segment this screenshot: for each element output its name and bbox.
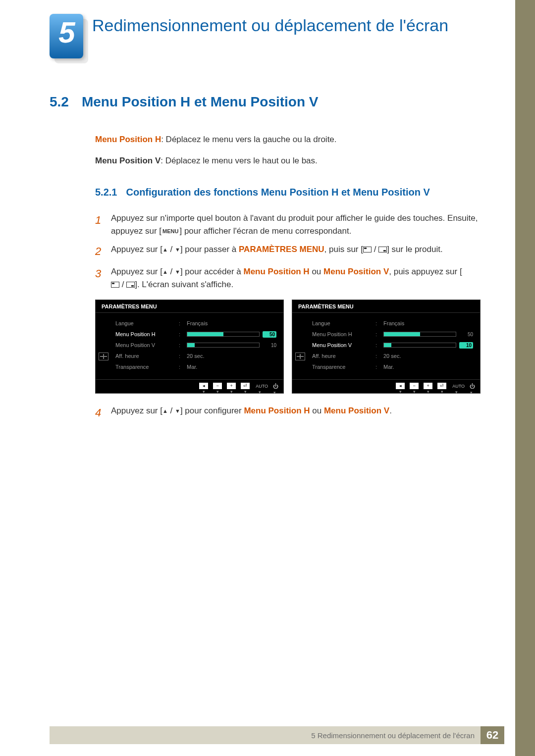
osd-row-langue: Langue: Français (312, 318, 473, 329)
osd-btn-minus-icon: − (213, 383, 222, 389)
step-1: 1 Appuyez sur n'importe quel bouton à l'… (95, 212, 481, 237)
up-triangle-icon: ▲ (162, 407, 168, 415)
osd-separator (292, 312, 480, 313)
step-body: Appuyez sur [▲ / ▼] pour configurer Menu… (111, 404, 481, 421)
page-content: 5.2 Menu Position H et Menu Position V M… (50, 94, 481, 427)
section-title: Menu Position H et Menu Position V (82, 94, 319, 110)
slider-posh-value: 50 (263, 331, 276, 338)
definition-h-label: Menu Position H (95, 135, 161, 144)
slider-posv (187, 343, 260, 348)
section-heading: 5.2 Menu Position H et Menu Position V (50, 94, 481, 110)
down-triangle-icon: ▼ (175, 407, 180, 415)
down-triangle-icon: ▼ (175, 246, 180, 254)
step-3: 3 Appuyez sur [▲ / ▼] pour accéder à Men… (95, 265, 481, 291)
section-number: 5.2 (50, 94, 69, 110)
osd-category-icon (295, 353, 305, 360)
osd-row-transp: Transparence: Mar. (115, 361, 276, 372)
osd-row-aff: Aff. heure: 20 sec. (312, 351, 473, 361)
definition-h: Menu Position H: Déplacez le menu vers l… (95, 134, 481, 146)
osd-power-icon: ⏻ (273, 383, 278, 389)
chapter-title: Redimensionnement ou déplacement de l'éc… (92, 14, 448, 35)
osd-btn-plus-icon: + (424, 383, 432, 389)
osd-title: PARAMÈTRES MENU (96, 300, 283, 312)
osd-row-transp: Transparence: Mar. (312, 361, 473, 372)
osd-panel-v: PARAMÈTRES MENU Langue: Français Menu Po… (292, 300, 481, 394)
osd-row-posh: Menu Position H: 50 (312, 329, 473, 340)
footer-text: 5 Redimensionnement ou déplacement de l'… (311, 731, 481, 740)
page-number: 62 (481, 726, 504, 744)
slider-posv-value: 10 (263, 343, 276, 348)
step-body: Appuyez sur [▲ / ▼] pour passer à PARAMÈ… (111, 243, 481, 259)
osd-btn-enter-icon: ⏎ (437, 383, 446, 389)
osd-row-aff: Aff. heure: 20 sec. (115, 351, 276, 361)
subsection-title: Configuration des fonctions Menu Positio… (126, 187, 429, 198)
osd-row-posh: Menu Position H: 50 (115, 329, 276, 340)
osd-auto-label: AUTO (256, 384, 268, 389)
osd-btn-minus-icon: − (410, 383, 419, 389)
osd-figures: PARAMÈTRES MENU Langue: Français Menu Po… (95, 300, 481, 394)
right-sidebar-band (515, 0, 535, 756)
step-2: 2 Appuyez sur [▲ / ▼] pour passer à PARA… (95, 243, 481, 259)
step-4: 4 Appuyez sur [▲ / ▼] pour configurer Me… (95, 404, 481, 421)
step2-target: PARAMÈTRES MENU (239, 245, 324, 254)
osd-power-icon: ⏻ (470, 383, 475, 389)
osd-btn-left-icon: ◂ (396, 383, 405, 389)
step4-v: Menu Position V (324, 406, 389, 415)
osd-row-langue: Langue: Français (115, 318, 276, 329)
osd-separator (96, 312, 283, 313)
definition-v-label: Menu Position V (95, 156, 160, 165)
step4-h: Menu Position H (244, 406, 310, 415)
step-number: 3 (95, 265, 104, 291)
osd-category-icon-col (96, 316, 111, 379)
step-number: 2 (95, 243, 104, 259)
down-triangle-icon: ▼ (175, 268, 180, 276)
osd-btn-left-icon: ◂ (199, 383, 208, 389)
source-icon (363, 247, 372, 252)
osd-auto-label: AUTO (452, 384, 465, 389)
page-footer: 5 Redimensionnement ou déplacement de l'… (50, 726, 504, 744)
step-number: 4 (95, 404, 104, 421)
up-triangle-icon: ▲ (162, 268, 168, 276)
chapter-badge: 5 (50, 14, 83, 58)
osd-category-icon-col (292, 316, 308, 379)
step-number: 1 (95, 212, 104, 237)
step-body: Appuyez sur n'importe quel bouton à l'av… (111, 212, 481, 237)
definition-v: Menu Position V: Déplacez le menu vers l… (95, 155, 481, 167)
chapter-header: 5 Redimensionnement ou déplacement de l'… (50, 14, 448, 58)
osd-btn-plus-icon: + (227, 383, 236, 389)
slider-posv-value: 10 (459, 342, 473, 349)
osd-row-posv: Menu Position V: 10 (312, 340, 473, 351)
definition-h-text: : Déplacez le menu vers la gauche ou la … (161, 135, 336, 144)
osd-btn-enter-icon: ⏎ (241, 383, 250, 389)
step3-v: Menu Position V (323, 267, 389, 276)
definition-v-text: : Déplacez le menu vers le haut ou le ba… (160, 156, 318, 165)
slider-posh (383, 332, 456, 337)
slider-posh (187, 332, 260, 337)
osd-title: PARAMÈTRES MENU (292, 300, 480, 312)
subsection-number: 5.2.1 (95, 187, 117, 198)
source-icon (111, 282, 119, 288)
osd-footer: ◂ − + ⏎ AUTO ⏻ (96, 379, 283, 393)
enter-icon (126, 282, 135, 288)
slider-posh-value: 50 (459, 332, 473, 337)
osd-panel-h: PARAMÈTRES MENU Langue: Français Menu Po… (95, 300, 284, 394)
menu-icon: MENU (161, 227, 179, 236)
osd-category-icon (99, 353, 108, 360)
step-body: Appuyez sur [▲ / ▼] pour accéder à Menu … (111, 265, 481, 291)
up-triangle-icon: ▲ (162, 246, 168, 254)
enter-icon (378, 247, 387, 252)
chapter-number: 5 (50, 15, 83, 50)
osd-row-posv: Menu Position V: 10 (115, 340, 276, 351)
step3-h: Menu Position H (243, 267, 309, 276)
slider-posv (383, 343, 456, 348)
subsection-heading: 5.2.1 Configuration des fonctions Menu P… (95, 187, 481, 198)
osd-footer: ◂ − + ⏎ AUTO ⏻ (292, 379, 480, 393)
